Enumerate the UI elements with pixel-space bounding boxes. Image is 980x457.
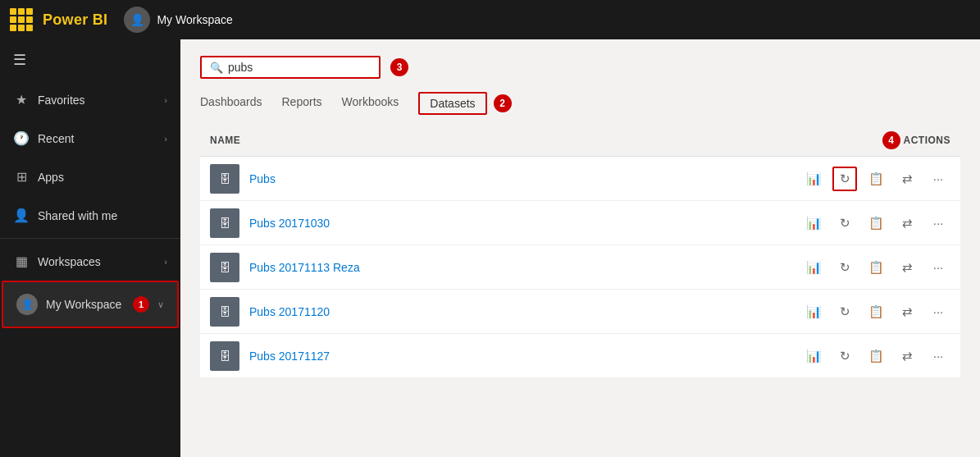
col-name-header: NAME — [210, 135, 882, 146]
app-logo: Power BI — [43, 11, 107, 29]
dataset-name[interactable]: Pubs 20171030 — [249, 217, 801, 230]
refresh-icon[interactable]: ↻ — [832, 211, 857, 235]
dataset-icon: 🗄 — [210, 164, 239, 194]
apps-icon: ⊞ — [13, 169, 30, 185]
table-header: NAME 4 ACTIONS — [200, 125, 960, 157]
dataset-name[interactable]: Pubs 20171113 Reza — [249, 261, 801, 274]
row-actions: 📊 ↻ 📋 ⇄ ··· — [801, 167, 950, 191]
chevron-down-icon: ∨ — [157, 299, 164, 310]
create-report-icon[interactable]: 📋 — [864, 299, 888, 324]
sidebar-item-label: Workspaces — [38, 255, 156, 268]
tab-datasets[interactable]: Datasets — [418, 92, 486, 115]
create-report-icon[interactable]: 📋 — [864, 255, 888, 280]
actions-badge: 4 — [882, 131, 900, 149]
refresh-icon[interactable]: ↻ — [832, 344, 857, 368]
refresh-icon[interactable]: ↻ — [832, 299, 857, 324]
share-icon[interactable]: ⇄ — [895, 167, 919, 191]
sidebar-item-apps[interactable]: ⊞ Apps — [0, 158, 180, 196]
share-icon[interactable]: ⇄ — [895, 255, 919, 280]
share-icon[interactable]: ⇄ — [895, 299, 919, 324]
sidebar-item-workspaces[interactable]: ▦ Workspaces › — [0, 242, 180, 281]
row-actions: 📊 ↻ 📋 ⇄ ··· — [801, 211, 950, 235]
more-options-icon[interactable]: ··· — [926, 211, 950, 235]
create-report-icon[interactable]: 📋 — [864, 167, 888, 191]
analyze-icon[interactable]: 📊 — [801, 344, 826, 368]
dataset-name[interactable]: Pubs 20171127 — [249, 350, 801, 363]
main-content: 🔍 3 Dashboards Reports Workbooks Dataset… — [180, 39, 980, 457]
sidebar-divider — [0, 238, 180, 239]
avatar-icon: 👤 — [130, 13, 144, 26]
search-row: 🔍 3 — [200, 56, 960, 79]
table-row: 🗄 Pubs 20171030 📊 ↻ 📋 ⇄ ··· — [200, 201, 960, 245]
refresh-icon[interactable]: ↻ — [832, 255, 857, 280]
my-workspace-badge: 1 — [133, 296, 149, 313]
main-layout: ☰ ★ Favorites › 🕐 Recent › ⊞ Apps 👤 Shar… — [0, 39, 980, 457]
sidebar-item-label: Recent — [38, 132, 156, 145]
clock-icon: 🕐 — [13, 130, 30, 146]
sidebar-item-recent[interactable]: 🕐 Recent › — [0, 119, 180, 158]
row-actions: 📊 ↻ 📋 ⇄ ··· — [801, 255, 950, 280]
tab-reports[interactable]: Reports — [282, 92, 322, 115]
sidebar-item-label: Apps — [38, 171, 167, 184]
row-actions: 📊 ↻ 📋 ⇄ ··· — [801, 344, 950, 368]
dataset-name[interactable]: Pubs — [249, 172, 801, 185]
chevron-right-icon: › — [164, 134, 167, 144]
my-workspace-avatar: 👤 — [16, 294, 38, 315]
sidebar-item-shared[interactable]: 👤 Shared with me — [0, 196, 180, 235]
workspaces-icon: ▦ — [13, 254, 30, 269]
topbar: Power BI 👤 My Workspace — [0, 0, 980, 39]
analyze-icon[interactable]: 📊 — [801, 299, 826, 324]
create-report-icon[interactable]: 📋 — [864, 344, 888, 368]
dataset-icon: 🗄 — [210, 297, 239, 327]
analyze-icon[interactable]: 📊 — [801, 255, 826, 280]
tab-dashboards[interactable]: Dashboards — [200, 92, 262, 115]
share-icon[interactable]: ⇄ — [895, 344, 919, 368]
more-options-icon[interactable]: ··· — [926, 299, 950, 324]
create-report-icon[interactable]: 📋 — [864, 211, 888, 235]
more-options-icon[interactable]: ··· — [926, 344, 950, 368]
chevron-right-icon: › — [164, 257, 167, 267]
analyze-icon[interactable]: 📊 — [801, 211, 826, 235]
refresh-icon[interactable]: ↻ — [832, 167, 857, 191]
my-workspace-label: My Workspace — [46, 298, 125, 311]
dataset-icon: 🗄 — [210, 253, 239, 282]
analyze-icon[interactable]: 📊 — [801, 167, 826, 191]
table-row: 🗄 Pubs 20171127 📊 ↻ 📋 ⇄ ··· — [200, 334, 960, 378]
avatar: 👤 — [124, 7, 150, 33]
share-icon[interactable]: ⇄ — [895, 211, 919, 235]
row-actions: 📊 ↻ 📋 ⇄ ··· — [801, 299, 950, 324]
more-options-icon[interactable]: ··· — [926, 167, 950, 191]
sidebar-item-my-workspace[interactable]: 👤 My Workspace 1 ∨ — [2, 281, 179, 328]
datasets-badge: 2 — [494, 94, 512, 112]
search-input[interactable] — [228, 61, 351, 74]
table-body: 🗄 Pubs 📊 ↻ 📋 ⇄ ··· 🗄 Pubs 20171030 📊 ↻ 📋 — [200, 157, 960, 378]
table-row: 🗄 Pubs 20171113 Reza 📊 ↻ 📋 ⇄ ··· — [200, 245, 960, 290]
more-options-icon[interactable]: ··· — [926, 255, 950, 280]
app-launcher-button[interactable] — [10, 8, 33, 31]
sidebar: ☰ ★ Favorites › 🕐 Recent › ⊞ Apps 👤 Shar… — [0, 39, 180, 457]
search-box[interactable]: 🔍 — [200, 56, 381, 79]
search-badge: 3 — [390, 58, 408, 76]
col-actions-header: ACTIONS — [904, 135, 951, 146]
dataset-name[interactable]: Pubs 20171120 — [249, 305, 801, 318]
dataset-icon: 🗄 — [210, 208, 239, 238]
search-icon: 🔍 — [210, 62, 223, 74]
star-icon: ★ — [13, 92, 30, 107]
tab-workbooks[interactable]: Workbooks — [342, 92, 399, 115]
sidebar-item-favorites[interactable]: ★ Favorites › — [0, 80, 180, 119]
dataset-icon: 🗄 — [210, 341, 239, 371]
sidebar-item-label: Shared with me — [38, 209, 167, 222]
table-row: 🗄 Pubs 20171120 📊 ↻ 📋 ⇄ ··· — [200, 290, 960, 334]
actions-col-header: 4 ACTIONS — [882, 131, 951, 149]
shared-icon: 👤 — [13, 208, 30, 223]
tabs-bar: Dashboards Reports Workbooks Datasets 2 — [200, 92, 960, 115]
chevron-right-icon: › — [164, 95, 167, 105]
user-menu[interactable]: 👤 My Workspace — [124, 7, 232, 33]
sidebar-item-label: Favorites — [38, 94, 156, 107]
workspace-label: My Workspace — [157, 13, 232, 26]
table-row: 🗄 Pubs 📊 ↻ 📋 ⇄ ··· — [200, 157, 960, 201]
logo-text: Power BI — [43, 11, 107, 28]
hamburger-button[interactable]: ☰ — [0, 39, 180, 80]
